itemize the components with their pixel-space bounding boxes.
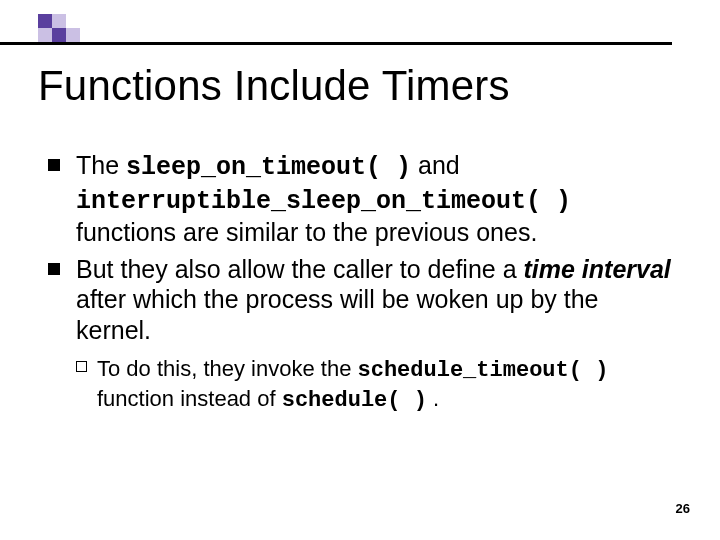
bullet-item: But they also allow the caller to define…: [48, 254, 672, 346]
slide: Functions Include Timers The sleep_on_ti…: [0, 0, 720, 540]
text-fragment: .: [427, 386, 439, 411]
text-fragment: and: [411, 151, 460, 179]
sub-bullet-text: To do this, they invoke the schedule_tim…: [97, 355, 672, 414]
code-fragment: schedule_timeout( ): [358, 358, 609, 383]
code-fragment: sleep_on_timeout( ): [126, 153, 411, 182]
text-fragment: The: [76, 151, 126, 179]
slide-body: The sleep_on_timeout( ) and interruptibl…: [48, 150, 672, 414]
sub-bullet-item: To do this, they invoke the schedule_tim…: [76, 355, 672, 414]
text-fragment: function instead of: [97, 386, 282, 411]
code-fragment: interruptible_sleep_on_timeout( ): [76, 187, 571, 216]
bullet-item: The sleep_on_timeout( ) and interruptibl…: [48, 150, 672, 248]
bullet-square-icon: [48, 159, 60, 171]
emphasis-fragment: time interval: [524, 255, 671, 283]
code-fragment: schedule( ): [282, 388, 427, 413]
header-rule: [0, 42, 672, 45]
text-fragment: To do this, they invoke the: [97, 356, 358, 381]
corner-decoration: [38, 14, 80, 42]
bullet-text: The sleep_on_timeout( ) and interruptibl…: [76, 150, 672, 248]
page-number: 26: [676, 501, 690, 516]
bullet-square-icon: [48, 263, 60, 275]
bullet-open-square-icon: [76, 361, 87, 372]
text-fragment: after which the process will be woken up…: [76, 285, 599, 344]
text-fragment: functions are similar to the previous on…: [76, 218, 537, 246]
bullet-text: But they also allow the caller to define…: [76, 254, 672, 346]
text-fragment: But they also allow the caller to define…: [76, 255, 524, 283]
slide-title: Functions Include Timers: [38, 62, 510, 110]
